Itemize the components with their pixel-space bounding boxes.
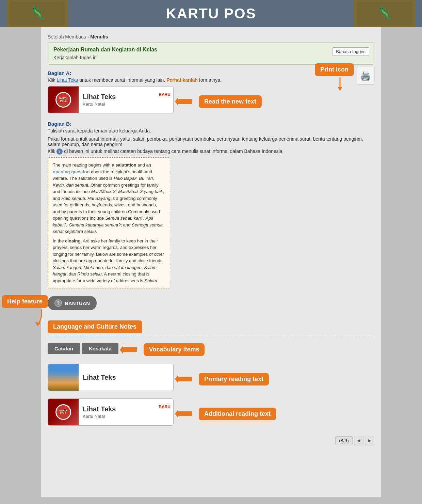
svg-marker-8	[120, 345, 137, 354]
next-page-button[interactable]: ►	[365, 436, 374, 445]
svg-marker-7	[35, 322, 40, 326]
additional-arrow-svg	[175, 409, 192, 419]
divider	[48, 336, 374, 336]
print-icon-area: 🖨️ Print icon	[357, 67, 374, 84]
help-arrow-svg	[24, 309, 45, 326]
bantuan-label: BANTUAN	[65, 300, 90, 306]
arrow-left-svg	[175, 96, 192, 107]
task-box-title: Pekerjaan Rumah dan Kegiatan di Kelas	[53, 47, 369, 53]
text-card-title: Lihat Teks	[83, 93, 169, 101]
breadcrumb-separator: ›	[87, 34, 89, 40]
section-b-desc2: Pakai format untuk surat informal; yaitu…	[48, 136, 374, 147]
additional-text-card-subtitle: Kartu Natal	[83, 414, 169, 419]
section-b-desc3: Klik i di bawah ini untuk melihat catata…	[48, 148, 374, 155]
additional-text-label: Additional reading text	[199, 408, 276, 420]
baru-badge: BARU	[159, 92, 171, 97]
culture-note-box: The main reading begins with a salutatio…	[48, 157, 170, 288]
new-text-card[interactable]: NoRTHPOLE BARU Lihat Teks Kartu Natal	[48, 86, 174, 113]
breadcrumb-current: Menulis	[90, 34, 108, 40]
prev-page-button[interactable]: ◄	[354, 436, 363, 445]
additional-text-card-row: NoRTHPOLE BARU Lihat Teks Kartu Natal Ad…	[48, 398, 374, 429]
lihat-teks-link-a[interactable]: Lihat Teks	[56, 77, 78, 83]
bantuan-button[interactable]: ? BANTUAN	[48, 296, 97, 310]
bantuan-icon: ?	[54, 299, 62, 307]
print-icon-button[interactable]: 🖨️	[357, 67, 374, 84]
vocab-label: Vocabulary items	[144, 343, 205, 356]
svg-text:🦎: 🦎	[377, 5, 392, 20]
page-info: (8/9)	[335, 436, 353, 445]
primary-arrow-svg	[175, 374, 192, 384]
vocab-annotation-row: Catatan Kosakata Vocabulary items	[48, 340, 374, 359]
primary-text-card[interactable]: Lihat Teks	[48, 364, 174, 391]
svg-marker-6	[175, 97, 192, 106]
primary-text-card-content: Lihat Teks	[79, 371, 173, 384]
info-circle-icon[interactable]: i	[56, 148, 63, 155]
main-content: Setelah Membaca › Menulis Pekerjaan Ruma…	[41, 27, 381, 497]
additional-baru-badge: BARU	[159, 405, 171, 409]
bahasa-button[interactable]: Bahasa Inggris	[332, 47, 369, 56]
perhatikanlah-text: Perhatikanlah	[166, 77, 198, 83]
page-header: 🦎 KARTU POS 🦎	[0, 0, 422, 27]
help-feature-area: Help feature ? BANTUAN	[48, 292, 97, 316]
read-new-text-label: Read the new text	[199, 95, 262, 108]
primary-text-label: Primary reading text	[199, 373, 269, 385]
primary-text-card-row: Lihat Teks Primary reading text	[48, 364, 374, 394]
help-annotation: Help feature	[0, 295, 48, 326]
text-card-content: BARU Lihat Teks Kartu Natal	[79, 90, 173, 109]
header-deco-left: 🦎	[7, 0, 68, 27]
tab-buttons: Catatan Kosakata	[48, 343, 118, 354]
primary-text-card-title: Lihat Teks	[83, 374, 169, 381]
section-b: Bagian B: Tulislah surat kepada teman at…	[48, 121, 374, 316]
svg-text:🦎: 🦎	[30, 5, 45, 20]
section-a-card-row: NoRTHPOLE BARU Lihat Teks Kartu Natal Re…	[48, 86, 374, 117]
kosakata-tab[interactable]: Kosakata	[82, 343, 118, 354]
text-card-image: NoRTHPOLE	[48, 86, 79, 113]
vocab-arrow-svg	[120, 345, 137, 355]
section-b-desc1: Tulislah surat kepada teman atau keluarg…	[48, 128, 374, 133]
text-card-subtitle: Kartu Natal	[83, 101, 169, 107]
lang-culture-section: Language and Culture Notes Catatan Kosak…	[48, 320, 374, 429]
additional-text-card-image: NoRTHPOLE	[48, 398, 79, 426]
svg-marker-9	[175, 375, 192, 383]
help-label: Help feature	[2, 295, 48, 308]
section-b-label: Bagian B:	[48, 121, 374, 127]
breadcrumb: Setelah Membaca › Menulis	[48, 31, 374, 42]
section-a: Bagian A: Klik Lihat Teks untuk membaca …	[48, 70, 374, 117]
task-box: Pekerjaan Rumah dan Kegiatan di Kelas Ke…	[48, 42, 374, 65]
print-label: Print icon	[315, 63, 354, 76]
svg-marker-10	[175, 409, 192, 418]
page-title: KARTU POS	[166, 5, 256, 22]
additional-text-card-title: Lihat Teks	[83, 405, 169, 413]
lang-culture-label: Language and Culture Notes	[48, 320, 142, 333]
task-box-subtitle: Kerjakanlah tugas ini.	[53, 55, 369, 60]
additional-text-card-content: BARU Lihat Teks Kartu Natal	[79, 403, 173, 422]
pagination: (8/9) ◄ ►	[48, 436, 374, 445]
header-deco-right: 🦎	[354, 0, 415, 27]
breadcrumb-prefix: Setelah Membaca	[48, 34, 86, 40]
additional-text-card[interactable]: NoRTHPOLE BARU Lihat Teks Kartu Natal	[48, 398, 174, 426]
catatan-tab[interactable]: Catatan	[48, 343, 80, 354]
primary-text-card-image	[48, 364, 79, 391]
